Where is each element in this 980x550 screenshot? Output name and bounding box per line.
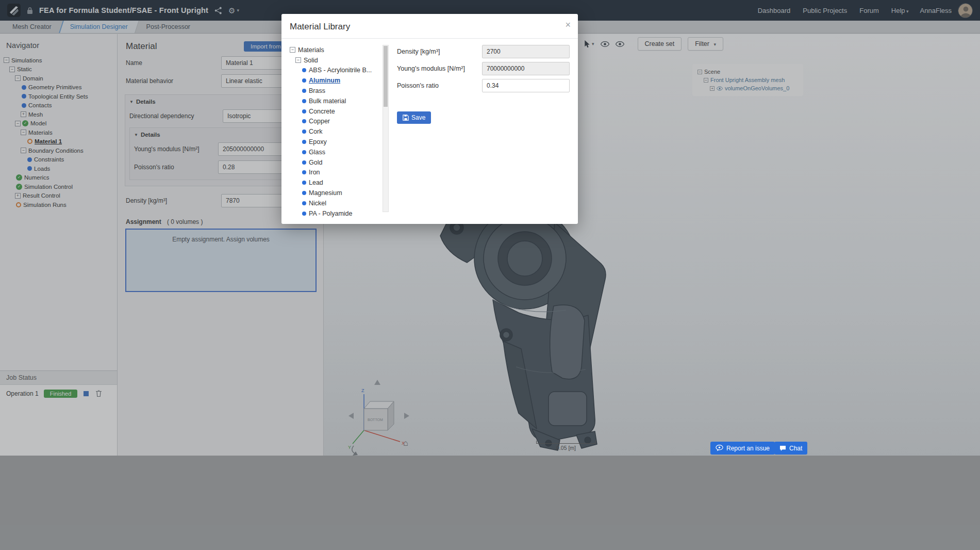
scrollbar-thumb[interactable] (384, 46, 388, 107)
report-issue-button[interactable]: Report an issue (710, 442, 775, 455)
material-item-abs-acrylonitrile-b[interactable]: ABS - Acrylonitrile B... (290, 66, 389, 76)
material-item-glass[interactable]: Glass (290, 147, 389, 157)
material-dot-icon (302, 160, 306, 165)
material-item-label: Nickel (309, 200, 326, 207)
material-property-row: Density [kg/m³] (397, 45, 570, 58)
material-item-label: Glass (309, 149, 325, 156)
property-label: Young's modulus [N/m²] (397, 65, 482, 72)
material-dot-icon (302, 140, 306, 144)
material-item-iron[interactable]: Iron (290, 168, 389, 178)
property-label: Density [kg/m³] (397, 48, 482, 55)
property-label: Poisson's ratio (397, 82, 482, 89)
report-issue-label: Report an issue (726, 445, 770, 452)
material-item-label: Bulk material (309, 98, 346, 105)
material-dot-icon (302, 181, 306, 185)
material-item-label: Lead (309, 179, 323, 186)
material-list-scrollbar[interactable] (383, 45, 389, 212)
material-item-label: Brass (309, 87, 325, 94)
material-dot-icon (302, 170, 306, 174)
material-dot-icon (302, 99, 306, 103)
material-property-row: Young's modulus [N/m²] (397, 62, 570, 75)
material-item-label: Aluminum (309, 77, 340, 84)
material-item-brass[interactable]: Brass (290, 86, 389, 96)
material-library-dialog: Material Library × −Materials−SolidABS -… (281, 14, 578, 224)
material-item-materials[interactable]: −Materials (290, 45, 389, 55)
material-item-lead[interactable]: Lead (290, 177, 389, 188)
material-dot-icon (302, 130, 306, 134)
material-item-label: Solid (304, 57, 318, 64)
chat-button-label: Chat (789, 445, 802, 452)
material-item-label: PA - Polyamide (309, 210, 353, 217)
material-dot-icon (302, 119, 306, 123)
material-dot-icon (302, 109, 306, 114)
chat-bubble-icon (779, 445, 786, 451)
material-item-copper[interactable]: Copper (290, 117, 389, 127)
material-library-tree: −Materials−SolidABS - Acrylonitrile B...… (290, 45, 389, 219)
material-dot-icon (302, 191, 306, 195)
save-floppy-icon (403, 115, 409, 121)
material-item-label: Magnesium (309, 189, 342, 197)
material-property-row: Poisson's ratio (397, 79, 570, 92)
close-icon[interactable]: × (565, 20, 571, 30)
chat-button[interactable]: Chat (774, 442, 807, 455)
collapse-icon[interactable]: − (295, 57, 301, 63)
material-dot-icon (302, 201, 306, 205)
material-dot-icon (302, 212, 306, 216)
material-dot-icon (302, 89, 306, 93)
material-properties: Density [kg/m³]Young's modulus [N/m²]Poi… (397, 45, 570, 92)
material-item-label: Gold (309, 159, 322, 166)
material-dot-icon (302, 150, 306, 154)
feedback-bubble-icon (716, 445, 723, 451)
material-item-label: Iron (309, 169, 320, 176)
collapse-icon[interactable]: − (290, 47, 295, 53)
property-input-poisson-s-ratio[interactable] (482, 79, 570, 92)
material-item-concrete[interactable]: Concrete (290, 106, 389, 117)
material-item-magnesium[interactable]: Magnesium (290, 188, 389, 198)
material-item-solid[interactable]: −Solid (290, 55, 389, 66)
material-dot-icon (302, 78, 306, 83)
material-item-cork[interactable]: Cork (290, 126, 389, 137)
material-dot-icon (302, 68, 306, 72)
material-item-bulk-material[interactable]: Bulk material (290, 96, 389, 106)
material-item-nickel[interactable]: Nickel (290, 198, 389, 208)
save-button-label: Save (411, 114, 425, 121)
material-item-epoxy[interactable]: Epoxy (290, 137, 389, 147)
property-input-density-kg-m[interactable] (482, 45, 570, 58)
material-item-label: Materials (298, 46, 324, 54)
material-item-pa-polyamide[interactable]: PA - Polyamide (290, 208, 389, 219)
material-item-gold[interactable]: Gold (290, 157, 389, 168)
property-input-young-s-modulus-n-m[interactable] (482, 62, 570, 75)
material-item-label: Cork (309, 128, 322, 135)
material-item-aluminum[interactable]: Aluminum (290, 75, 389, 86)
material-item-label: Epoxy (309, 138, 327, 145)
save-button[interactable]: Save (397, 111, 431, 124)
material-item-label: Concrete (309, 108, 335, 115)
material-item-label: ABS - Acrylonitrile B... (309, 67, 372, 74)
dialog-title: Material Library (290, 22, 350, 31)
material-item-label: Copper (309, 118, 330, 125)
